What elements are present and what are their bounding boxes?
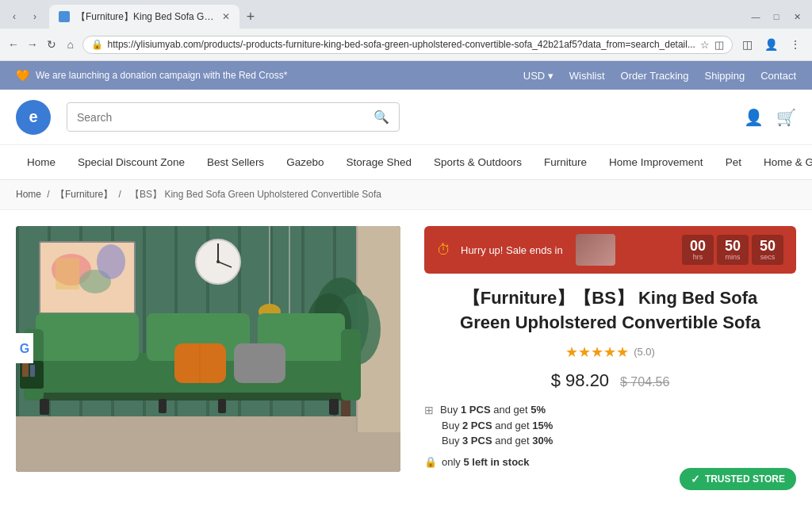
tab-back-icon[interactable]: ‹ <box>6 9 22 25</box>
browser-right-icons: ◫ 👤 ⋮ <box>737 34 806 55</box>
countdown-timer-banner: ⏱ Hurry up! Sale ends in 00 hrs 50 mins … <box>424 226 796 274</box>
nav-home[interactable]: Home <box>16 145 67 180</box>
extension-icon[interactable]: ◫ <box>714 39 724 51</box>
tab-forward-icon[interactable]: › <box>27 9 43 25</box>
tab-left-icons: ‹ › <box>6 9 43 25</box>
timer-mins-label: mins <box>725 253 740 261</box>
nav-sports-outdoors[interactable]: Sports & Outdoors <box>423 145 533 180</box>
site-logo[interactable]: e <box>16 100 51 135</box>
svg-rect-50 <box>234 343 285 383</box>
announcement-text: We are launching a donation campaign wit… <box>36 70 287 81</box>
svg-rect-39 <box>36 313 139 361</box>
breadcrumb-sep1: / <box>47 189 52 200</box>
address-bar-row: ← → ↻ ⌂ 🔒 https://ylisiumyab.com/product… <box>0 29 812 60</box>
address-icons: ☆ ◫ <box>700 39 724 51</box>
tab-close-button[interactable]: ✕ <box>222 11 230 22</box>
order-tracking-link[interactable]: Order Tracking <box>621 70 689 82</box>
breadcrumb-sep2: / <box>118 189 124 200</box>
nav-best-sellers[interactable]: Best Sellers <box>196 145 275 180</box>
tab-right-icons: — □ ✕ <box>747 8 806 25</box>
product-svg: G <box>16 226 400 472</box>
browser-chrome: ‹ › 【Furniture】King Bed Sofa Green... ✕ … <box>0 0 812 61</box>
product-image: G <box>16 226 400 472</box>
nav-home-button[interactable]: ⌂ <box>63 34 78 55</box>
trusted-store-badge[interactable]: ✓ TRUSTED STORE <box>680 468 796 488</box>
timer-gift-graphic <box>576 234 615 266</box>
search-bar: 🔍 <box>67 102 400 132</box>
timer-countdown: 00 hrs 50 mins 50 secs <box>682 235 783 265</box>
stock-info: 🔒 only 5 left in stock <box>424 456 796 468</box>
profile-button[interactable]: 👤 <box>761 34 782 55</box>
wishlist-link[interactable]: Wishlist <box>569 70 605 82</box>
currency-selector[interactable]: USD ▾ <box>523 70 553 82</box>
rating-stars: ★★★★★ <box>565 343 629 361</box>
nav-storage-shed[interactable]: Storage Shed <box>335 145 423 180</box>
tier-2-text: Buy 2 PCS and get 15% <box>442 420 553 431</box>
nav-forward-button[interactable]: → <box>25 34 40 55</box>
original-price: $ 704.56 <box>620 375 669 389</box>
nav-refresh-button[interactable]: ↻ <box>44 34 59 55</box>
timer-mins-value: 50 <box>725 239 741 253</box>
search-button[interactable]: 🔍 <box>364 103 399 131</box>
cart-icon[interactable]: 🛒 <box>776 108 796 127</box>
svg-text:G: G <box>20 342 29 355</box>
svg-rect-14 <box>16 416 400 472</box>
breadcrumb-category[interactable]: 【Furniture】 <box>56 189 113 200</box>
svg-rect-43 <box>341 329 361 401</box>
logo-letter: e <box>29 108 37 126</box>
nav-home-garden[interactable]: Home & Garden <box>753 145 812 180</box>
tier-row-1: ⊞ Buy 1 PCS and get 5% <box>424 404 796 416</box>
breadcrumb-current: 【BS】 King Bed Sofa Green Upholstered Con… <box>130 189 381 200</box>
announcement-left: 🧡 We are launching a donation campaign w… <box>16 69 287 82</box>
win-close-button[interactable]: ✕ <box>788 8 806 25</box>
tab-bar: ‹ › 【Furniture】King Bed Sofa Green... ✕ … <box>0 0 812 29</box>
tier-1-text: Buy 1 PCS and get 5% <box>440 404 546 416</box>
extensions-button[interactable]: ◫ <box>737 34 758 55</box>
discount-tiers: ⊞ Buy 1 PCS and get 5% Buy 2 PCS and get… <box>424 404 796 447</box>
nav-home-improvement[interactable]: Home Improvement <box>598 145 714 180</box>
timer-secs-value: 50 <box>760 239 776 253</box>
menu-button[interactable]: ⋮ <box>785 34 806 55</box>
nav-gazebo[interactable]: Gazebo <box>275 145 335 180</box>
tier-row-3: Buy 3 PCS and get 30% <box>424 435 796 447</box>
timer-secs-box: 50 secs <box>752 235 783 265</box>
product-rating: ★★★★★ (5.0) <box>424 343 796 361</box>
rating-count: (5.0) <box>634 346 655 358</box>
bookmark-icon[interactable]: ☆ <box>700 39 710 51</box>
nav-special-discount[interactable]: Special Discount Zone <box>67 145 196 180</box>
tab-favicon <box>59 11 70 22</box>
search-input[interactable] <box>67 105 364 130</box>
win-maximize-button[interactable]: □ <box>768 8 785 25</box>
header-right-icons: 👤 🛒 <box>744 108 796 127</box>
stock-text: only 5 left in stock <box>442 456 530 468</box>
timer-label: Hurry up! Sale ends in <box>461 244 563 256</box>
breadcrumb-home[interactable]: Home <box>16 189 41 200</box>
nav-furniture[interactable]: Furniture <box>533 145 598 180</box>
svg-rect-47 <box>218 399 226 413</box>
trusted-badge-label: TRUSTED STORE <box>705 473 785 485</box>
svg-rect-53 <box>22 362 29 377</box>
address-bar[interactable]: 🔒 https://ylisiumyab.com/products/-produ… <box>82 36 733 54</box>
shipping-link[interactable]: Shipping <box>705 70 745 82</box>
nav-pet[interactable]: Pet <box>714 145 753 180</box>
contact-link[interactable]: Contact <box>760 70 796 82</box>
new-tab-button[interactable]: + <box>239 6 262 28</box>
account-icon[interactable]: 👤 <box>744 108 764 127</box>
tier-3-text: Buy 3 PCS and get 30% <box>442 435 553 447</box>
nav-back-button[interactable]: ← <box>6 34 21 55</box>
product-image-container: G <box>16 226 400 472</box>
main-content: G ⏱ Hurry up! Sale ends in 00 hrs 50 min… <box>0 210 812 488</box>
check-icon: ✓ <box>691 473 700 485</box>
svg-rect-1 <box>16 226 19 424</box>
product-info-panel: ⏱ Hurry up! Sale ends in 00 hrs 50 mins … <box>424 226 796 472</box>
main-nav: Home Special Discount Zone Best Sellers … <box>0 145 812 180</box>
win-minimize-button[interactable]: — <box>747 8 764 25</box>
announcement-bar: 🧡 We are launching a donation campaign w… <box>0 61 812 90</box>
lock-icon: 🔒 <box>91 39 103 50</box>
tier-icon-1: ⊞ <box>424 404 434 416</box>
active-tab[interactable]: 【Furniture】King Bed Sofa Green... ✕ <box>49 5 239 29</box>
top-bar-links: USD ▾ Wishlist Order Tracking Shipping C… <box>523 70 796 82</box>
stock-lock-icon: 🔒 <box>424 456 437 468</box>
svg-rect-44 <box>40 399 49 415</box>
timer-mins-box: 50 mins <box>717 235 749 265</box>
